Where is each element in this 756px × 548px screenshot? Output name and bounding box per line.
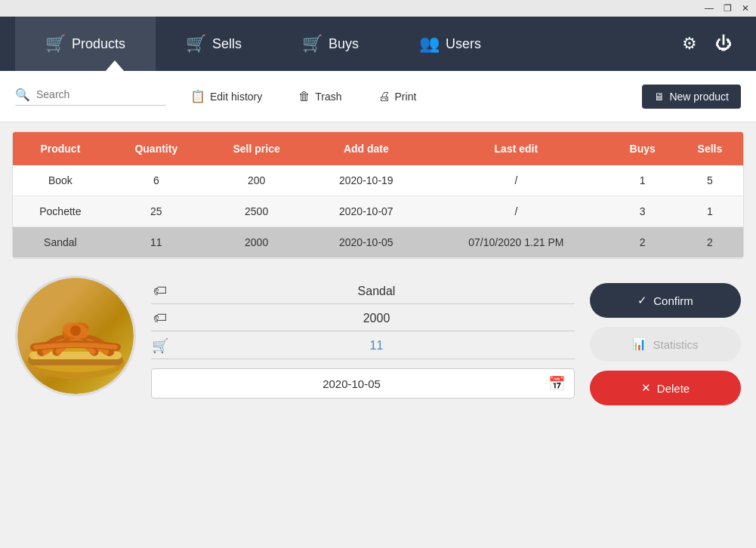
print-icon: 🖨 — [378, 90, 390, 103]
table-cell: 07/10/2020 1.21 PM — [424, 227, 608, 258]
col-header-sells: Sells — [677, 132, 743, 165]
detail-fields: 🏷 Sandal 🏷 2000 🛒 11 2020-10-05 📅 — [151, 276, 575, 399]
col-header-product: Product — [13, 132, 108, 165]
table-cell: 2020-10-05 — [308, 227, 424, 258]
col-header-add-date: Add date — [308, 132, 424, 165]
product-name-field: 🏷 Sandal — [151, 283, 575, 304]
quantity-icon: 🛒 — [151, 337, 169, 354]
statistics-button[interactable]: 📊 Statistics — [590, 327, 741, 362]
products-table: Product Quantity Sell price Add date Las… — [13, 132, 743, 258]
close-button[interactable]: ✕ — [739, 2, 751, 14]
product-name-value: Sandal — [178, 285, 575, 298]
power-icon: ⏻ — [715, 34, 732, 53]
search-input[interactable] — [36, 88, 157, 100]
col-header-buys: Buys — [608, 132, 677, 165]
nav-users-label: Users — [446, 36, 481, 52]
col-header-sell-price: Sell price — [205, 132, 308, 165]
table-cell: / — [424, 196, 608, 227]
nav-item-sells[interactable]: 🛒 Sells — [156, 17, 272, 71]
table-header-row: Product Quantity Sell price Add date Las… — [13, 132, 743, 165]
table-row[interactable]: Pochette2525002020-10-07/31 — [13, 196, 743, 227]
settings-button[interactable]: ⚙ — [673, 34, 706, 54]
statistics-icon: 📊 — [632, 337, 646, 351]
table-cell: Sandal — [13, 227, 108, 258]
titlebar: — ❐ ✕ — [0, 0, 756, 17]
buys-nav-icon: 🛒 — [302, 34, 322, 54]
search-container: 🔍 — [15, 88, 166, 106]
users-nav-icon: 👥 — [419, 34, 440, 54]
table-cell: 2 — [608, 227, 677, 258]
edit-history-icon: 📋 — [190, 89, 205, 103]
delete-button[interactable]: ✕ Delete — [590, 371, 741, 405]
new-product-icon: 🖥 — [654, 91, 665, 103]
table-cell: 2500 — [205, 196, 308, 227]
new-product-button[interactable]: 🖥 New product — [642, 85, 741, 109]
table-row[interactable]: Book62002020-10-19/15 — [13, 165, 743, 196]
nav-item-users[interactable]: 👥 Users — [389, 17, 511, 71]
svg-point-6 — [70, 325, 81, 336]
confirm-button[interactable]: ✓ Confirm — [590, 283, 741, 318]
maximize-button[interactable]: ❐ — [721, 2, 733, 14]
table-cell: 6 — [108, 165, 205, 196]
settings-icon: ⚙ — [682, 34, 697, 53]
nav-sells-label: Sells — [212, 36, 242, 52]
nav-products-label: Products — [72, 36, 125, 52]
table-cell: 11 — [108, 227, 205, 258]
products-table-container: Product Quantity Sell price Add date Las… — [12, 131, 744, 259]
table-row[interactable]: Sandal1120002020-10-0507/10/2020 1.21 PM… — [13, 227, 743, 258]
table-cell: 5 — [677, 165, 743, 196]
product-date-value: 2020-10-05 — [161, 377, 542, 390]
product-price-value: 2000 — [178, 312, 575, 325]
sandal-svg — [19, 279, 132, 393]
table-cell: / — [424, 165, 608, 196]
toolbar-arrow — [106, 60, 124, 71]
detail-panel: 🏷 Sandal 🏷 2000 🛒 11 2020-10-05 📅 ✓ Conf… — [0, 268, 756, 413]
col-header-quantity: Quantity — [108, 132, 205, 165]
price-icon: 🏷 — [151, 310, 169, 326]
nav-item-buys[interactable]: 🛒 Buys — [272, 17, 389, 71]
table-cell: 2 — [677, 227, 743, 258]
nav-item-products[interactable]: 🛒 Products — [15, 17, 156, 71]
product-quantity-value: 11 — [178, 339, 575, 353]
edit-history-button[interactable]: 📋 Edit history — [178, 83, 274, 109]
nav-buys-label: Buys — [329, 36, 359, 52]
table-cell: 1 — [608, 165, 677, 196]
sells-nav-icon: 🛒 — [186, 34, 206, 54]
table-cell: Book — [13, 165, 108, 196]
table-cell: 2020-10-19 — [308, 165, 424, 196]
print-button[interactable]: 🖨 Print — [366, 84, 429, 109]
toolbar: 🔍 📋 Edit history 🗑 Trash 🖨 Print 🖥 New p… — [0, 71, 756, 122]
trash-icon: 🗑 — [298, 90, 310, 103]
product-price-field: 🏷 2000 — [151, 310, 575, 331]
table-cell: 1 — [677, 196, 743, 227]
trash-button[interactable]: 🗑 Trash — [286, 84, 353, 109]
table-cell: 2000 — [205, 227, 308, 258]
product-image-container — [15, 276, 136, 396]
col-header-last-edit: Last edit — [424, 132, 608, 165]
product-quantity-field: 🛒 11 — [151, 337, 575, 359]
product-name-icon: 🏷 — [151, 283, 169, 299]
table-cell: 3 — [608, 196, 677, 227]
table-cell: 2020-10-07 — [308, 196, 424, 227]
table-cell: 25 — [108, 196, 205, 227]
product-image — [17, 278, 134, 394]
calendar-icon[interactable]: 📅 — [548, 375, 565, 392]
minimize-button[interactable]: — — [703, 2, 715, 14]
power-button[interactable]: ⏻ — [706, 34, 741, 54]
product-date-field: 2020-10-05 📅 — [151, 368, 575, 399]
action-buttons: ✓ Confirm 📊 Statistics ✕ Delete — [590, 276, 741, 405]
delete-x-icon: ✕ — [641, 381, 651, 395]
table-cell: 200 — [205, 165, 308, 196]
products-nav-icon: 🛒 — [45, 34, 66, 54]
confirm-check-icon: ✓ — [637, 294, 647, 307]
search-icon: 🔍 — [15, 88, 30, 102]
table-cell: Pochette — [13, 196, 108, 227]
